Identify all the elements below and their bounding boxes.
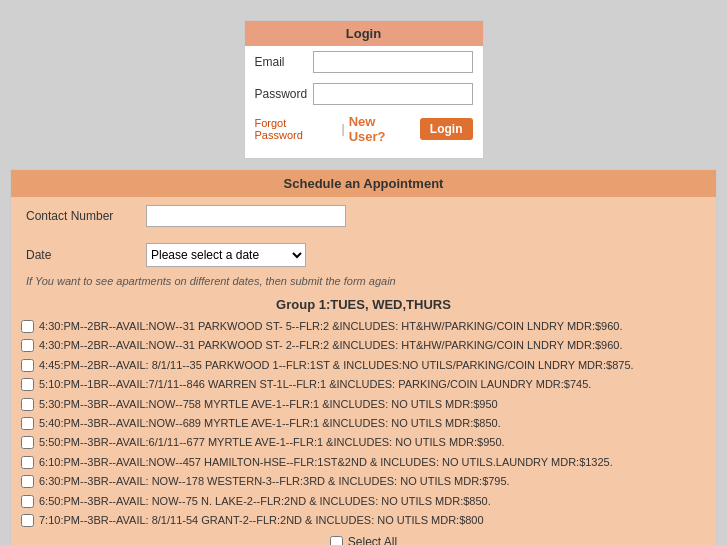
appointment-text: 4:30:PM--2BR--AVAIL:NOW--31 PARKWOOD ST-…: [39, 319, 706, 334]
appointment-list-group1: 4:30:PM--2BR--AVAIL:NOW--31 PARKWOOD ST-…: [11, 317, 716, 530]
appointment-item: 5:10:PM--1BR--AVAIL:7/1/11--846 WARREN S…: [21, 375, 706, 394]
appointment-text: 6:10:PM--3BR--AVAIL:NOW--457 HAMILTON-HS…: [39, 455, 706, 470]
contact-input[interactable]: [146, 205, 346, 227]
appointment-item: 6:50:PM--3BR--AVAIL: NOW--75 N. LAKE-2--…: [21, 492, 706, 511]
appointment-text: 4:30:PM--2BR--AVAIL:NOW--31 PARKWOOD ST-…: [39, 338, 706, 353]
appointment-checkbox-8[interactable]: [21, 456, 34, 469]
email-label: Email: [255, 55, 313, 69]
contact-label: Contact Number: [26, 209, 146, 223]
password-field[interactable]: [313, 83, 473, 105]
appointment-checkbox-5[interactable]: [21, 398, 34, 411]
date-label: Date: [26, 248, 146, 262]
appointment-item: 6:10:PM--3BR--AVAIL:NOW--457 HAMILTON-HS…: [21, 453, 706, 472]
password-label: Password: [255, 87, 313, 101]
select-all-label: Select All: [348, 535, 397, 545]
email-row: Email: [245, 46, 483, 78]
appointment-text: 5:10:PM--1BR--AVAIL:7/1/11--846 WARREN S…: [39, 377, 706, 392]
appointment-item: 5:40:PM--3BR--AVAIL:NOW--689 MYRTLE AVE-…: [21, 414, 706, 433]
appointment-item: 6:30:PM--3BR--AVAIL: NOW--178 WESTERN-3-…: [21, 472, 706, 491]
appointment-checkbox-1[interactable]: [21, 320, 34, 333]
select-all-checkbox[interactable]: [330, 536, 343, 545]
login-links: Forgot Password | New User? Login: [245, 110, 483, 148]
date-row: Date Please select a date: [11, 235, 716, 275]
appointment-text: 5:50:PM--3BR--AVAIL:6/1/11--677 MYRTLE A…: [39, 435, 706, 450]
new-user-link[interactable]: New User?: [349, 114, 416, 144]
appointment-checkbox-9[interactable]: [21, 475, 34, 488]
appointment-text: 6:50:PM--3BR--AVAIL: NOW--75 N. LAKE-2--…: [39, 494, 706, 509]
appointment-item: 7:10:PM--3BR--AVAIL: 8/1/11-54 GRANT-2--…: [21, 511, 706, 530]
appointment-item: 4:30:PM--2BR--AVAIL:NOW--31 PARKWOOD ST-…: [21, 336, 706, 355]
appointment-item: 5:50:PM--3BR--AVAIL:6/1/11--677 MYRTLE A…: [21, 433, 706, 452]
appointment-checkbox-11[interactable]: [21, 514, 34, 527]
appointment-checkbox-4[interactable]: [21, 378, 34, 391]
appointment-item: 4:45:PM--2BR--AVAIL: 8/1/11--35 PARKWOOD…: [21, 356, 706, 375]
appointment-text: 6:30:PM--3BR--AVAIL: NOW--178 WESTERN-3-…: [39, 474, 706, 489]
appointment-checkbox-10[interactable]: [21, 495, 34, 508]
appointment-item: 5:30:PM--3BR--AVAIL:NOW--758 MYRTLE AVE-…: [21, 395, 706, 414]
hint-text: If You want to see apartments on differe…: [11, 275, 716, 292]
date-select[interactable]: Please select a date: [146, 243, 306, 267]
appointment-checkbox-3[interactable]: [21, 359, 34, 372]
appointment-checkbox-6[interactable]: [21, 417, 34, 430]
forgot-password-link[interactable]: Forgot Password: [255, 117, 338, 141]
select-all-row: Select All: [11, 530, 716, 545]
login-button[interactable]: Login: [420, 118, 473, 140]
appointment-checkbox-2[interactable]: [21, 339, 34, 352]
appointment-text: 7:10:PM--3BR--AVAIL: 8/1/11-54 GRANT-2--…: [39, 513, 706, 528]
login-header: Login: [245, 21, 483, 46]
password-row: Password: [245, 78, 483, 110]
schedule-header: Schedule an Appointment: [11, 170, 716, 197]
pipe-divider: |: [342, 122, 345, 136]
contact-row: Contact Number: [11, 197, 716, 235]
group1-header: Group 1:TUES, WED,THURS: [11, 292, 716, 317]
appointment-text: 5:40:PM--3BR--AVAIL:NOW--689 MYRTLE AVE-…: [39, 416, 706, 431]
email-field[interactable]: [313, 51, 473, 73]
appointment-text: 5:30:PM--3BR--AVAIL:NOW--758 MYRTLE AVE-…: [39, 397, 706, 412]
login-section: Login Email Password Forgot Password | N…: [244, 20, 484, 159]
appointment-text: 4:45:PM--2BR--AVAIL: 8/1/11--35 PARKWOOD…: [39, 358, 706, 373]
schedule-section: Schedule an Appointment Contact Number D…: [10, 169, 717, 545]
date-select-wrapper: Please select a date: [146, 243, 306, 267]
appointment-item: 4:30:PM--2BR--AVAIL:NOW--31 PARKWOOD ST-…: [21, 317, 706, 336]
appointment-checkbox-7[interactable]: [21, 436, 34, 449]
